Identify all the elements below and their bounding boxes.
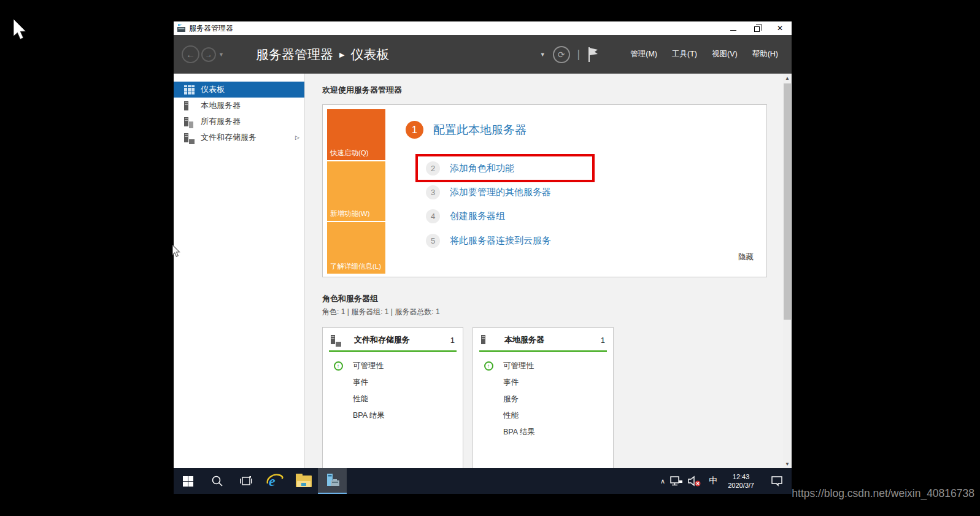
welcome-heading: 欢迎使用服务器管理器: [322, 85, 792, 96]
minimize-button[interactable]: [722, 21, 745, 35]
vertical-scrollbar[interactable]: ▲ ▼: [783, 74, 792, 468]
sidebar-item-label: 本地服务器: [201, 100, 241, 111]
step-link[interactable]: 配置此本地服务器: [433, 122, 527, 138]
card-row-bpa-results[interactable]: BPA 结果: [323, 407, 463, 424]
action-center-icon[interactable]: [771, 476, 783, 487]
file-storage-icon: [331, 335, 342, 345]
step-number-badge: 3: [426, 185, 440, 199]
file-explorer-button[interactable]: [289, 468, 318, 494]
hidden-icons-chevron-icon[interactable]: ∧: [660, 477, 665, 485]
file-storage-icon: [184, 133, 195, 142]
navigation-bar: ← → ▼ 服务器管理器 ▶ 仪表板 ▼ ⟳ | 管理(M) 工具(T) 视图(…: [174, 35, 792, 74]
step-connect-cloud-services[interactable]: 5 将此服务器连接到云服务: [426, 234, 551, 248]
scroll-up-icon[interactable]: ▲: [783, 74, 792, 82]
breadcrumb-root[interactable]: 服务器管理器: [256, 46, 333, 63]
breadcrumb-separator-icon: ▶: [339, 51, 344, 59]
file-explorer-icon: [296, 476, 312, 487]
step-configure-local-server[interactable]: 1 配置此本地服务器: [406, 121, 527, 139]
taskbar: e ∧: [174, 468, 792, 494]
server-manager-taskbar-button[interactable]: [318, 468, 347, 494]
quick-start-tab[interactable]: 快速启动(Q): [327, 109, 385, 160]
notification-flag-icon[interactable]: [587, 47, 600, 63]
menu-help[interactable]: 帮助(H): [752, 49, 778, 60]
volume-muted-icon[interactable]: [687, 476, 702, 487]
network-icon[interactable]: [669, 476, 683, 487]
card-title[interactable]: 本地服务器: [504, 334, 544, 345]
card-row-events[interactable]: 事件: [323, 374, 463, 391]
sidebar-item-all-servers[interactable]: 所有服务器: [174, 114, 304, 129]
step-add-other-servers[interactable]: 3 添加要管理的其他服务器: [426, 185, 551, 199]
card-count: 1: [601, 336, 605, 345]
start-button[interactable]: [174, 468, 203, 494]
step-link[interactable]: 添加要管理的其他服务器: [450, 187, 551, 198]
all-servers-icon: [184, 117, 195, 126]
menu-tools[interactable]: 工具(T): [672, 49, 697, 60]
sidebar-item-file-storage-services[interactable]: 文件和存储服务 ▷: [174, 129, 304, 145]
search-button[interactable]: [203, 468, 231, 494]
expand-arrow-icon[interactable]: ▷: [295, 134, 299, 141]
sidebar-item-label: 文件和存储服务: [201, 132, 257, 143]
desktop-stage: 服务器管理器 ✕ ← → ▼ 服务器管理器 ▶ 仪表板 ▼ ⟳ |: [0, 0, 980, 516]
mouse-cursor: [12, 19, 31, 41]
sidebar-item-dashboard[interactable]: 仪表板: [174, 82, 304, 98]
sidebar-item-label: 仪表板: [201, 84, 225, 95]
close-button[interactable]: ✕: [768, 21, 792, 35]
menu-view[interactable]: 视图(V): [712, 49, 738, 60]
restore-button[interactable]: [745, 21, 768, 35]
window-title: 服务器管理器: [189, 23, 233, 34]
scroll-down-icon[interactable]: ▼: [783, 460, 792, 468]
card-file-storage-services: 文件和存储服务 1 ↑ 可管理性 事件: [322, 327, 463, 468]
card-local-server: 本地服务器 1 ↑ 可管理性 事件: [473, 327, 614, 468]
internet-explorer-icon: e: [266, 473, 284, 489]
card-header[interactable]: 文件和存储服务 1: [323, 328, 463, 350]
minimize-icon: [730, 30, 736, 31]
hide-link[interactable]: 隐藏: [738, 252, 754, 263]
card-row-manageability[interactable]: ↑ 可管理性: [323, 358, 463, 374]
task-view-icon: [240, 475, 252, 487]
toolbar-divider: |: [577, 48, 581, 61]
close-icon: ✕: [777, 24, 783, 33]
step-create-server-group[interactable]: 4 创建服务器组: [426, 209, 505, 223]
window-body: 仪表板 本地服务器 所有服务器 文件和存储服务 ▷ 欢迎使用服务器管理器: [174, 74, 792, 468]
clock-time: 12:43: [728, 472, 754, 481]
card-header[interactable]: 本地服务器 1: [473, 328, 613, 350]
roles-groups-heading: 角色和服务器组: [322, 293, 792, 304]
forward-button[interactable]: →: [201, 47, 216, 62]
card-row-events[interactable]: 事件: [473, 374, 613, 391]
up-arrow-icon: ↑: [334, 361, 343, 371]
step-link[interactable]: 将此服务器连接到云服务: [450, 235, 551, 247]
task-view-button[interactable]: [231, 468, 260, 494]
system-tray: ∧ 中 12:43 2020/3/7: [660, 472, 792, 490]
server-manager-app-icon: [177, 24, 186, 33]
card-row-performance[interactable]: 性能: [473, 407, 613, 424]
card-row-bpa-results[interactable]: BPA 结果: [473, 424, 613, 441]
ime-indicator[interactable]: 中: [706, 475, 720, 487]
scrollbar-thumb[interactable]: [784, 83, 791, 320]
up-arrow-icon: ↑: [484, 361, 493, 371]
refresh-icon: ⟳: [558, 50, 565, 60]
refresh-button[interactable]: ⟳: [553, 46, 570, 63]
welcome-tile-tabs: 快速启动(Q) 新增功能(W) 了解详细信息(L): [327, 109, 385, 274]
card-row-services[interactable]: 服务: [473, 391, 613, 407]
notifications-caret-icon[interactable]: ▼: [540, 52, 546, 58]
highlight-box: [415, 154, 595, 182]
learn-more-tab[interactable]: 了解详细信息(L): [327, 222, 385, 274]
step-number-badge: 5: [426, 234, 440, 248]
breadcrumb: 服务器管理器 ▶ 仪表板: [256, 46, 389, 63]
sidebar-item-local-server[interactable]: 本地服务器: [174, 98, 304, 114]
card-row-manageability[interactable]: ↑ 可管理性: [473, 358, 613, 374]
clock-date: 2020/3/7: [728, 481, 754, 490]
whats-new-tab[interactable]: 新增功能(W): [327, 161, 385, 221]
window-titlebar[interactable]: 服务器管理器 ✕: [174, 21, 792, 35]
back-button[interactable]: ←: [182, 45, 199, 63]
card-title[interactable]: 文件和存储服务: [354, 334, 410, 345]
windows-logo-icon: [183, 476, 193, 487]
history-caret-icon[interactable]: ▼: [218, 52, 224, 58]
step-link[interactable]: 创建服务器组: [450, 210, 505, 222]
menu-manage[interactable]: 管理(M): [630, 49, 657, 60]
local-server-icon: [481, 335, 492, 345]
server-manager-window: 服务器管理器 ✕ ← → ▼ 服务器管理器 ▶ 仪表板 ▼ ⟳ |: [174, 21, 792, 494]
card-row-performance[interactable]: 性能: [323, 391, 463, 407]
taskbar-clock[interactable]: 12:43 2020/3/7: [724, 472, 758, 490]
internet-explorer-button[interactable]: e: [260, 468, 289, 494]
